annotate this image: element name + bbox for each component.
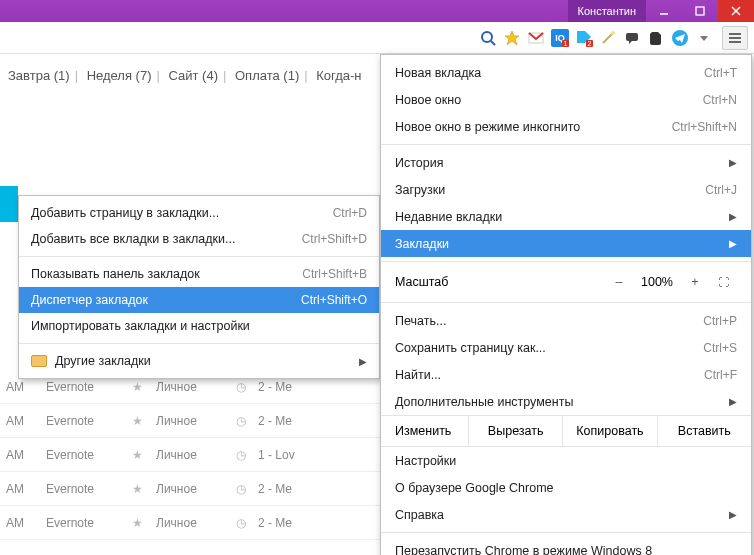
menu-item-shortcut: Ctrl+Shift+D	[302, 232, 367, 246]
menu-item-shortcut: Ctrl+N	[703, 93, 737, 107]
clock-icon: ◷	[236, 516, 258, 530]
tab-item[interactable]: Когда-н	[316, 68, 361, 83]
evernote-icon[interactable]	[646, 28, 666, 48]
gmail-icon[interactable]	[526, 28, 546, 48]
fullscreen-icon[interactable]: ⛶	[709, 276, 737, 288]
task-category: Личное	[156, 448, 236, 462]
paste-button[interactable]: Вставить	[658, 416, 751, 446]
zoom-row: Масштаб – 100% + ⛶	[381, 266, 751, 298]
menu-item[interactable]: Сохранить страницу как...Ctrl+S	[381, 334, 751, 361]
menu-item[interactable]: Найти...Ctrl+F	[381, 361, 751, 388]
tag-extension-icon[interactable]: 2	[574, 28, 594, 48]
menu-item[interactable]: Показывать панель закладокCtrl+Shift+B	[19, 261, 379, 287]
clock-icon: ◷	[236, 414, 258, 428]
folder-icon	[31, 355, 47, 367]
search-icon[interactable]	[478, 28, 498, 48]
menu-item-label: Закладки	[395, 237, 723, 251]
menu-item[interactable]: Другие закладки▶	[19, 348, 379, 374]
menu-item-label: Новое окно в режиме инкогнито	[395, 120, 672, 134]
chat-icon[interactable]	[622, 28, 642, 48]
task-row[interactable]: AM Evernote ★ Личное ◷ 1 - Lov	[0, 438, 380, 472]
star-icon[interactable]	[502, 28, 522, 48]
tab-item[interactable]: Завтра (1)	[8, 68, 70, 83]
menu-item-shortcut: Ctrl+Shift+N	[672, 120, 737, 134]
main-menu-button[interactable]	[722, 26, 748, 50]
svg-text:2: 2	[588, 39, 592, 46]
menu-item-label: Загрузки	[395, 183, 705, 197]
chevron-right-icon: ▶	[729, 396, 737, 407]
svg-point-4	[482, 32, 492, 42]
window-titlebar: Константин	[0, 0, 754, 22]
task-time: AM	[0, 414, 46, 428]
tab-item[interactable]: Неделя (7)	[87, 68, 152, 83]
chevron-right-icon: ▶	[729, 211, 737, 222]
menu-item-shortcut: Ctrl+P	[703, 314, 737, 328]
wand-icon[interactable]	[598, 28, 618, 48]
telegram-icon[interactable]	[670, 28, 690, 48]
copy-button[interactable]: Копировать	[563, 416, 657, 446]
menu-item[interactable]: Закладки▶	[381, 230, 751, 257]
close-button[interactable]	[718, 0, 754, 22]
task-row[interactable]: AM Evernote ★ Личное ◷ 2 - Me	[0, 404, 380, 438]
minimize-button[interactable]	[646, 0, 682, 22]
menu-item-label: Печать...	[395, 314, 703, 328]
menu-item[interactable]: Добавить страницу в закладки...Ctrl+D	[19, 200, 379, 226]
menu-item[interactable]: Добавить все вкладки в закладки...Ctrl+S…	[19, 226, 379, 252]
chevron-right-icon: ▶	[359, 356, 367, 367]
zoom-out-button[interactable]: –	[605, 275, 633, 289]
menu-item-label: Добавить все вкладки в закладки...	[31, 232, 302, 246]
menu-item[interactable]: Печать...Ctrl+P	[381, 307, 751, 334]
menu-item[interactable]: Новая вкладкаCtrl+T	[381, 59, 751, 86]
star-icon[interactable]: ★	[132, 414, 156, 428]
star-icon[interactable]: ★	[132, 516, 156, 530]
menu-item[interactable]: Новое окно в режиме инкогнитоCtrl+Shift+…	[381, 113, 751, 140]
star-icon[interactable]: ★	[132, 380, 156, 394]
task-list: AM Evernote ★ Личное ◷ 2 - MeAM Evernote…	[0, 370, 380, 540]
menu-item[interactable]: Новое окноCtrl+N	[381, 86, 751, 113]
task-when: 1 - Lov	[258, 448, 380, 462]
menu-item[interactable]: Импортировать закладки и настройки	[19, 313, 379, 339]
task-row[interactable]: AM Evernote ★ Личное ◷ 2 - Me	[0, 506, 380, 540]
user-badge[interactable]: Константин	[568, 0, 646, 22]
menu-item[interactable]: Недавние вкладки▶	[381, 203, 751, 230]
task-app: Evernote	[46, 414, 132, 428]
iq-extension-icon[interactable]: IQ1	[550, 28, 570, 48]
cut-button[interactable]: Вырезать	[469, 416, 563, 446]
menu-item-label: Дополнительные инструменты	[395, 395, 723, 409]
menu-item[interactable]: Дополнительные инструменты▶	[381, 388, 751, 415]
menu-item[interactable]: О браузере Google Chrome	[381, 474, 751, 501]
tab-item[interactable]: Сайт (4)	[169, 68, 218, 83]
star-icon[interactable]: ★	[132, 448, 156, 462]
task-app: Evernote	[46, 482, 132, 496]
menu-item[interactable]: ЗагрузкиCtrl+J	[381, 176, 751, 203]
menu-item[interactable]: Настройки	[381, 447, 751, 474]
svg-line-5	[491, 41, 495, 45]
task-row[interactable]: AM Evernote ★ Личное ◷ 2 - Me	[0, 472, 380, 506]
task-when: 2 - Me	[258, 414, 380, 428]
task-category: Личное	[156, 516, 236, 530]
task-when: 2 - Me	[258, 380, 380, 394]
star-icon[interactable]: ★	[132, 482, 156, 496]
menu-item[interactable]: Диспетчер закладокCtrl+Shift+O	[19, 287, 379, 313]
svg-marker-18	[629, 41, 632, 44]
tab-item[interactable]: Оплата (1)	[235, 68, 299, 83]
svg-marker-21	[700, 36, 708, 41]
chevron-right-icon: ▶	[729, 238, 737, 249]
menu-item[interactable]: Справка▶	[381, 501, 751, 528]
menu-item-label: О браузере Google Chrome	[395, 481, 737, 495]
task-category: Личное	[156, 380, 236, 394]
svg-rect-1	[696, 7, 704, 15]
menu-item[interactable]: История▶	[381, 149, 751, 176]
zoom-value: 100%	[633, 275, 681, 289]
menu-item-label: Новая вкладка	[395, 66, 704, 80]
menu-item[interactable]: Перезапустить Chrome в режиме Windows 8	[381, 537, 751, 555]
menu-item-label: Импортировать закладки и настройки	[31, 319, 367, 333]
maximize-button[interactable]	[682, 0, 718, 22]
task-category: Личное	[156, 482, 236, 496]
menu-item-label: Настройки	[395, 454, 737, 468]
overflow-icon[interactable]	[694, 28, 714, 48]
zoom-in-button[interactable]: +	[681, 275, 709, 289]
task-when: 2 - Me	[258, 482, 380, 496]
menu-item-label: Другие закладки	[55, 354, 359, 368]
svg-point-16	[611, 31, 615, 35]
